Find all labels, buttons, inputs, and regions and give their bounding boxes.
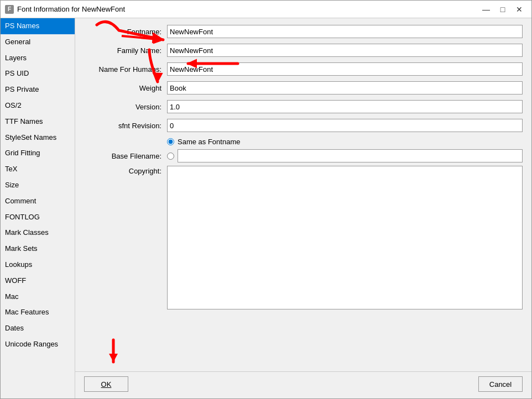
name-for-humans-row: Name For Humans: [84,62,523,76]
family-name-row: Family Name: [84,44,523,57]
main-panel: Fontname: Family Name: Name For Humans: [75,18,531,371]
content-area: PS NamesGeneralLayersPS UIDPS PrivateOS/… [1,18,531,398]
sidebar-item-lookups[interactable]: Lookups [1,257,75,273]
base-filename-radio-group: Same as Fontname [167,138,523,146]
cancel-button[interactable]: Cancel [478,376,523,392]
name-for-humans-label: Name For Humans: [84,65,167,74]
fontname-row: Fontname: [84,25,523,38]
sidebar-item-grid-fitting[interactable]: Grid Fitting [1,145,75,161]
sfnt-revision-label: sfnt Revision: [84,122,167,130]
window-controls: — □ ✕ [478,3,527,16]
sidebar: PS NamesGeneralLayersPS UIDPS PrivateOS/… [1,18,75,398]
sidebar-item-styleset-names[interactable]: StyleSet Names [1,130,75,146]
sidebar-item-mac[interactable]: Mac [1,289,75,305]
sidebar-item-mac-features[interactable]: Mac Features [1,305,75,321]
sidebar-item-ps-uid[interactable]: PS UID [1,66,75,82]
sidebar-item-mark-classes[interactable]: Mark Classes [1,225,75,241]
sidebar-item-ps-private[interactable]: PS Private [1,82,75,98]
sidebar-item-ps-names[interactable]: PS Names [1,18,75,34]
weight-label: Weight [84,84,167,92]
base-filename-input-row: Base Filename: [84,149,523,162]
window-title: Font Information for NewNewFont [17,5,125,13]
base-filename-label-text: Base Filename: [84,152,167,160]
sfnt-revision-row: sfnt Revision: [84,119,523,132]
app-icon: F [5,5,14,14]
fontname-label: Fontname: [84,28,167,36]
version-input[interactable] [167,100,523,113]
sidebar-item-woff[interactable]: WOFF [1,273,75,289]
sidebar-item-size[interactable]: Size [1,177,75,193]
version-row: Version: [84,100,523,113]
base-filename-section: Same as Fontname Base Filename: [84,138,523,162]
ok-button[interactable]: OK [84,376,128,392]
sidebar-item-mark-sets[interactable]: Mark Sets [1,241,75,257]
sidebar-item-comment[interactable]: Comment [1,193,75,209]
name-for-humans-input[interactable] [167,62,523,76]
base-filename-input[interactable] [178,149,523,162]
sidebar-item-tex[interactable]: TeX [1,161,75,177]
same-as-fontname-radio[interactable] [167,138,174,145]
button-row: OK Cancel [75,371,531,398]
same-as-fontname-option: Same as Fontname [167,138,523,146]
sidebar-item-dates[interactable]: Dates [1,321,75,337]
sidebar-item-general[interactable]: General [1,34,75,50]
weight-row: Weight [84,81,523,95]
sidebar-item-fontlog[interactable]: FONTLOG [1,209,75,225]
family-name-input[interactable] [167,44,523,57]
base-filename-custom-group [167,149,523,162]
copyright-label: Copyright: [84,166,167,175]
base-filename-label-span: Base Filename: [112,152,161,160]
close-button[interactable]: ✕ [512,3,527,16]
weight-input[interactable] [167,81,523,95]
maximize-button[interactable]: □ [495,3,510,16]
fontname-input[interactable] [167,25,523,38]
minimize-button[interactable]: — [478,3,494,16]
sfnt-revision-input[interactable] [167,119,523,132]
sidebar-item-layers[interactable]: Layers [1,50,75,66]
sidebar-item-unicode-ranges[interactable]: Unicode Ranges [1,337,75,353]
title-bar: F Font Information for NewNewFont — □ ✕ [1,1,531,18]
copyright-row: Copyright: [84,166,523,309]
copyright-textarea[interactable] [167,166,523,309]
same-as-fontname-text: Same as Fontname [178,138,240,146]
sidebar-item-os/2[interactable]: OS/2 [1,98,75,114]
custom-filename-option [167,149,523,162]
family-name-label: Family Name: [84,46,167,55]
same-as-fontname-row: Same as Fontname [84,138,523,146]
version-label: Version: [84,103,167,111]
custom-filename-radio[interactable] [167,153,174,160]
sidebar-item-ttf-names[interactable]: TTF Names [1,114,75,130]
